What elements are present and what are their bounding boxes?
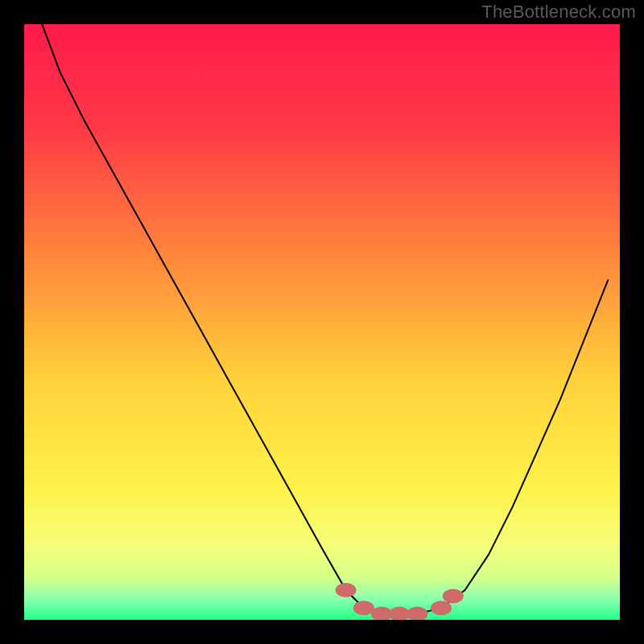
- marker-point: [443, 588, 464, 603]
- marker-point: [336, 583, 357, 597]
- chart-svg: [24, 24, 620, 620]
- gradient-background: [24, 24, 620, 620]
- marker-point: [353, 601, 374, 615]
- chart-frame: TheBottleneck.com: [0, 0, 644, 644]
- marker-point: [431, 601, 452, 615]
- watermark-text: TheBottleneck.com: [481, 2, 636, 23]
- plot-area: [24, 24, 620, 620]
